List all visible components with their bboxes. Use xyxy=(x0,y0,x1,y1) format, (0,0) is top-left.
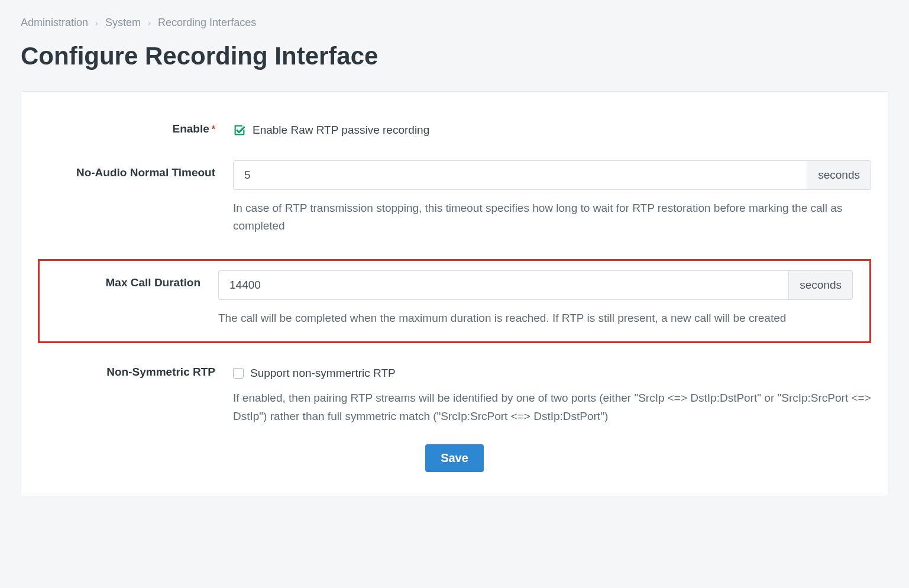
checkbox-unchecked-icon xyxy=(233,368,244,379)
row-non-symmetric-rtp: Non-Symmetric RTP Support non-symmertric… xyxy=(21,363,888,425)
row-enable: Enable* Enable Raw RTP passive recording xyxy=(21,120,888,137)
checkbox-enable-label: Enable Raw RTP passive recording xyxy=(253,124,429,137)
checkbox-non-symmetric-rtp-label: Support non-symmertric RTP xyxy=(250,367,396,380)
label-non-symmetric-rtp: Non-Symmetric RTP xyxy=(106,366,215,378)
label-no-audio-timeout: No-Audio Normal Timeout xyxy=(76,166,215,179)
input-no-audio-timeout[interactable] xyxy=(233,160,807,190)
breadcrumb-administration[interactable]: Administration xyxy=(21,17,88,29)
row-max-call-duration-highlight: Max Call Duration seconds The call will … xyxy=(38,259,871,343)
breadcrumb: Administration › System › Recording Inte… xyxy=(21,17,888,29)
page-title: Configure Recording Interface xyxy=(21,42,888,70)
unit-no-audio-timeout: seconds xyxy=(807,160,871,190)
input-max-call-duration[interactable] xyxy=(218,270,788,300)
required-asterisk: * xyxy=(212,124,215,134)
chevron-right-icon: › xyxy=(95,18,98,28)
help-non-symmetric-rtp: If enabled, then pairing RTP streams wil… xyxy=(233,389,871,425)
save-button[interactable]: Save xyxy=(425,444,484,472)
chevron-right-icon: › xyxy=(148,18,151,28)
checkbox-non-symmetric-rtp[interactable]: Support non-symmertric RTP xyxy=(233,363,871,380)
help-max-call-duration: The call will be completed when the maxi… xyxy=(218,309,853,327)
label-max-call-duration: Max Call Duration xyxy=(106,276,200,289)
checkbox-checked-icon xyxy=(233,124,246,137)
row-no-audio-timeout: No-Audio Normal Timeout seconds In case … xyxy=(21,160,888,235)
label-enable: Enable xyxy=(172,122,209,135)
form-card: Enable* Enable Raw RTP passive recording… xyxy=(21,91,888,496)
checkbox-enable[interactable]: Enable Raw RTP passive recording xyxy=(233,120,871,137)
breadcrumb-recording-interfaces: Recording Interfaces xyxy=(158,17,256,29)
help-no-audio-timeout: In case of RTP transmission stopping, th… xyxy=(233,199,871,235)
save-row: Save xyxy=(21,444,888,472)
breadcrumb-system[interactable]: System xyxy=(105,17,141,29)
unit-max-call-duration: seconds xyxy=(788,270,853,300)
